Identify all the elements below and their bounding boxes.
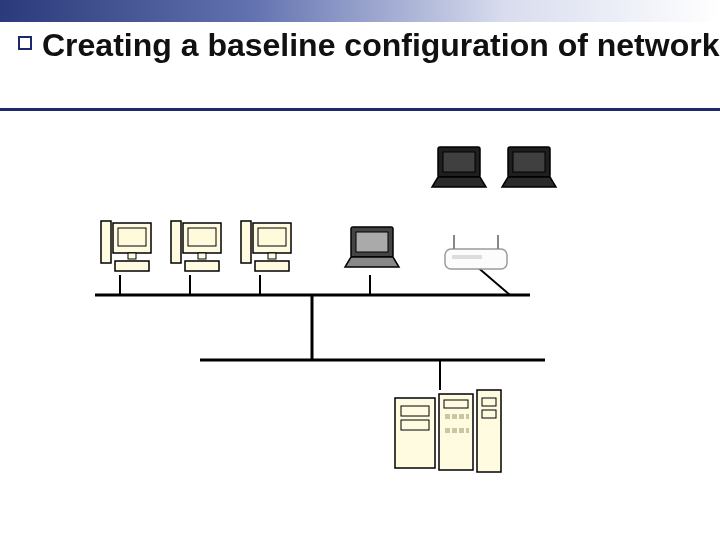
svg-rect-16 bbox=[356, 232, 388, 252]
laptop-dark-icon bbox=[432, 147, 486, 187]
svg-rect-30 bbox=[401, 420, 429, 430]
svg-rect-33 bbox=[445, 414, 450, 419]
svg-rect-12 bbox=[258, 228, 286, 246]
svg-rect-9 bbox=[185, 261, 219, 271]
workstation-icon bbox=[171, 221, 221, 271]
server-icon bbox=[439, 394, 473, 470]
network-diagram bbox=[0, 115, 720, 535]
svg-rect-3 bbox=[128, 253, 136, 259]
server-icon bbox=[395, 398, 435, 468]
server-cluster bbox=[395, 390, 501, 472]
svg-rect-36 bbox=[466, 414, 469, 419]
slide: Creating a baseline configuration of net… bbox=[0, 0, 720, 540]
svg-rect-23 bbox=[443, 152, 475, 172]
svg-rect-2 bbox=[118, 228, 146, 246]
svg-marker-27 bbox=[502, 177, 556, 187]
workstation-icon bbox=[241, 221, 291, 271]
svg-rect-21 bbox=[452, 255, 482, 259]
svg-rect-42 bbox=[482, 398, 496, 406]
title-bullet-icon bbox=[18, 36, 32, 50]
svg-rect-4 bbox=[115, 261, 149, 271]
workstation-icon bbox=[101, 221, 151, 271]
svg-rect-43 bbox=[482, 410, 496, 418]
svg-rect-39 bbox=[459, 428, 464, 433]
laptop-dark-icon bbox=[502, 147, 556, 187]
title-underline bbox=[0, 108, 720, 111]
svg-rect-35 bbox=[459, 414, 464, 419]
svg-rect-13 bbox=[268, 253, 276, 259]
svg-rect-0 bbox=[101, 221, 111, 263]
svg-rect-32 bbox=[444, 400, 468, 408]
svg-rect-8 bbox=[198, 253, 206, 259]
svg-rect-29 bbox=[401, 406, 429, 416]
svg-rect-26 bbox=[513, 152, 545, 172]
svg-rect-10 bbox=[241, 221, 251, 263]
slide-title: Creating a baseline configuration of net… bbox=[42, 26, 719, 64]
server-icon bbox=[477, 390, 501, 472]
svg-marker-17 bbox=[345, 257, 399, 267]
svg-rect-14 bbox=[255, 261, 289, 271]
svg-rect-5 bbox=[171, 221, 181, 263]
svg-marker-24 bbox=[432, 177, 486, 187]
svg-rect-37 bbox=[445, 428, 450, 433]
svg-rect-34 bbox=[452, 414, 457, 419]
svg-rect-38 bbox=[452, 428, 457, 433]
svg-rect-40 bbox=[466, 428, 469, 433]
svg-rect-7 bbox=[188, 228, 216, 246]
wireless-router-icon bbox=[445, 235, 507, 269]
header-gradient bbox=[0, 0, 720, 22]
laptop-gray-icon bbox=[345, 227, 399, 267]
